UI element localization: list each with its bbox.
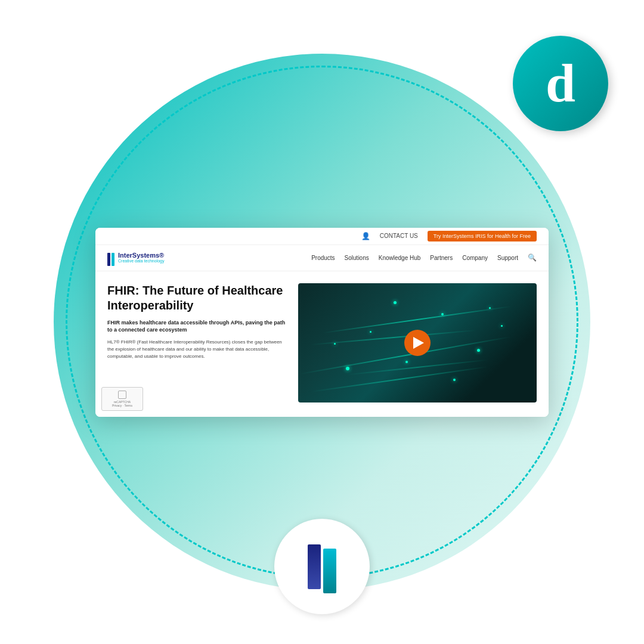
logo-icon <box>107 250 114 266</box>
logo-bar-blue <box>107 253 110 266</box>
d-letter: d <box>546 57 575 110</box>
nav-item-support[interactable]: Support <box>497 255 518 261</box>
logo-tagline: Creative data technology <box>118 259 164 264</box>
nav-item-partners[interactable]: Partners <box>430 255 453 261</box>
nav-items: Products Solutions Knowledge Hub Partner… <box>311 253 537 262</box>
video-thumbnail[interactable] <box>298 283 537 402</box>
browser-window: 👤 CONTACT US Try InterSystems IRIS for H… <box>95 228 549 417</box>
logo-bar-teal <box>112 253 114 266</box>
play-triangle-icon <box>413 337 424 349</box>
logo-name[interactable]: InterSystems® <box>118 252 164 259</box>
text-section: FHIR: The Future of Healthcare Interoper… <box>107 283 286 402</box>
bottom-intersystems-circle <box>274 519 370 614</box>
recaptcha-label: reCAPTCHAPrivacy · Terms <box>112 400 132 407</box>
outer-container: d 👤 CONTACT US Try InterSystems IRIS for… <box>0 0 644 644</box>
video-section <box>298 283 537 402</box>
background-circle: d 👤 CONTACT US Try InterSystems IRIS for… <box>54 54 590 590</box>
contact-link[interactable]: CONTACT US <box>380 233 418 239</box>
main-nav: InterSystems® Creative data technology P… <box>95 245 549 271</box>
hero-sub-heading: FHIR makes healthcare data accessible th… <box>107 319 286 334</box>
recaptcha-checkbox[interactable] <box>118 391 126 399</box>
logo-text: InterSystems® Creative data technology <box>118 252 164 264</box>
d-badge-circle: d <box>513 36 608 131</box>
search-icon[interactable]: 🔍 <box>528 253 537 262</box>
hero-body-text: HL7® FHIR® (Fast Healthcare Interoperabi… <box>107 339 286 360</box>
cta-button[interactable]: Try InterSystems IRIS for Health for Fre… <box>428 231 537 242</box>
content-area: FHIR: The Future of Healthcare Interoper… <box>95 271 549 417</box>
logo-area: InterSystems® Creative data technology <box>107 250 164 266</box>
logo-bar-teal-large <box>323 549 336 593</box>
user-icon: 👤 <box>361 232 370 240</box>
logo-bar-blue-large <box>308 544 321 589</box>
recaptcha-inner: reCAPTCHAPrivacy · Terms <box>112 391 132 407</box>
nav-item-knowledge-hub[interactable]: Knowledge Hub <box>379 255 421 261</box>
hero-heading: FHIR: The Future of Healthcare Interoper… <box>107 283 286 313</box>
nav-item-company[interactable]: Company <box>462 255 488 261</box>
nav-item-products[interactable]: Products <box>311 255 335 261</box>
utility-nav: 👤 CONTACT US Try InterSystems IRIS for H… <box>95 228 549 245</box>
intersystems-logo-icon <box>308 540 336 593</box>
play-button[interactable] <box>404 330 431 356</box>
recaptcha-widget[interactable]: reCAPTCHAPrivacy · Terms <box>101 387 143 411</box>
nav-item-solutions[interactable]: Solutions <box>345 255 369 261</box>
